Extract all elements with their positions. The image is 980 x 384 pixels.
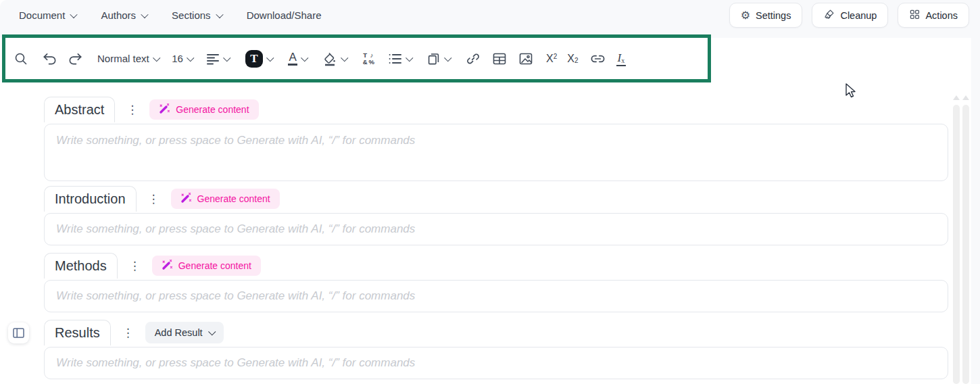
text-style-dropdown[interactable]: T <box>245 50 273 68</box>
subscript-icon: X2 <box>567 53 578 65</box>
insert-table-button[interactable] <box>492 52 507 66</box>
menu-download-share-label: Download/Share <box>247 9 322 21</box>
section-title: Methods <box>55 258 107 274</box>
editor-placeholder: Write something, or press space to Gener… <box>56 356 415 370</box>
copy-icon <box>426 51 441 66</box>
list-dropdown[interactable] <box>388 53 412 65</box>
menu-authors[interactable]: Authors <box>101 9 147 21</box>
editor-placeholder: Write something, or press space to Gener… <box>56 134 415 147</box>
generate-content-button[interactable]: Generate content <box>171 189 280 209</box>
editor-placeholder: Write something, or press space to Gener… <box>56 289 415 303</box>
menu-sections[interactable]: Sections <box>172 9 222 21</box>
clear-formatting-button[interactable]: Ix <box>616 51 627 66</box>
gear-icon: ⚙ <box>741 10 750 21</box>
scrollbar-outer[interactable] <box>962 105 969 384</box>
generate-content-button[interactable]: Generate content <box>149 99 258 120</box>
section-tab-introduction[interactable]: Introduction <box>44 186 137 212</box>
copy-dropdown[interactable] <box>426 51 451 66</box>
chevron-down-icon <box>301 54 308 62</box>
insert-image-button[interactable] <box>518 52 533 66</box>
chevron-down-icon <box>406 54 413 62</box>
section-title: Abstract <box>55 102 104 118</box>
chevron-down-icon <box>444 54 451 62</box>
search-icon <box>14 51 28 66</box>
chevron-down-icon <box>208 328 216 335</box>
section-title: Results <box>55 325 100 341</box>
generate-content-button[interactable]: Generate content <box>152 256 261 276</box>
insert-link-button[interactable] <box>466 51 481 66</box>
font-size-dropdown[interactable]: 16 <box>172 53 193 64</box>
subscript-button[interactable]: X2 <box>567 53 578 65</box>
add-result-button[interactable]: Add Result <box>145 322 224 343</box>
scroll-up-icon[interactable] <box>962 95 969 100</box>
broom-icon <box>823 9 835 22</box>
editor-toolbar: Normal text 16 T A <box>2 34 711 82</box>
link-icon <box>466 51 481 66</box>
menu-document-label: Document <box>19 9 65 21</box>
redo-button[interactable] <box>68 52 83 66</box>
right-gutter <box>971 0 980 384</box>
clear-formatting-icon: Ix <box>616 51 627 66</box>
section-results: Results ⋮ Add Result Write something, or… <box>44 320 948 379</box>
menu-document[interactable]: Document <box>19 9 76 21</box>
actions-label: Actions <box>925 10 958 21</box>
font-size-value: 16 <box>172 53 183 64</box>
highlight-color-dropdown[interactable] <box>322 51 347 66</box>
kebab-menu-icon[interactable]: ⋮ <box>129 260 141 272</box>
kebab-menu-icon[interactable]: ⋮ <box>122 327 134 339</box>
scrollbar-inner[interactable] <box>953 105 960 384</box>
scroll-up-icon[interactable] <box>953 95 960 100</box>
kebab-menu-icon[interactable]: ⋮ <box>148 193 160 205</box>
chevron-down-icon <box>216 10 223 18</box>
align-dropdown[interactable] <box>206 53 230 65</box>
settings-button[interactable]: ⚙ Settings <box>729 3 803 28</box>
magic-wand-icon <box>159 103 170 116</box>
section-abstract: Abstract ⋮ Generate content Write someth… <box>44 97 948 181</box>
cleanup-label: Cleanup <box>840 10 877 21</box>
generate-content-label: Generate content <box>178 260 251 271</box>
section-editor-methods[interactable]: Write something, or press space to Gener… <box>44 280 948 312</box>
horizontal-link-icon <box>590 54 606 64</box>
add-result-label: Add Result <box>155 327 203 338</box>
menu-authors-label: Authors <box>101 9 136 21</box>
undo-icon <box>42 52 57 66</box>
menu-sections-label: Sections <box>172 9 211 21</box>
toggle-panel-button[interactable] <box>8 322 29 343</box>
special-characters-button[interactable]: T♪&% <box>363 52 374 66</box>
superscript-button[interactable]: X2 <box>546 53 557 65</box>
citation-link-button[interactable] <box>590 54 606 64</box>
paragraph-style-dropdown[interactable]: Normal text <box>97 53 159 64</box>
align-left-icon <box>206 53 220 65</box>
settings-label: Settings <box>756 10 791 21</box>
generate-content-label: Generate content <box>197 193 270 204</box>
section-methods: Methods ⋮ Generate content Write somethi… <box>44 253 948 312</box>
menu-download-share[interactable]: Download/Share <box>247 9 322 21</box>
chevron-down-icon <box>224 54 231 62</box>
section-editor-abstract[interactable]: Write something, or press space to Gener… <box>44 124 948 181</box>
font-color-dropdown[interactable]: A <box>288 51 307 66</box>
chevron-down-icon <box>70 10 78 18</box>
magic-wand-icon <box>162 259 173 272</box>
mouse-cursor <box>843 82 858 101</box>
redo-icon <box>68 52 83 66</box>
chevron-down-icon <box>141 10 148 18</box>
kebab-menu-icon[interactable]: ⋮ <box>126 104 138 116</box>
generate-content-label: Generate content <box>176 104 249 115</box>
section-tab-results[interactable]: Results <box>44 320 111 345</box>
cleanup-button[interactable]: Cleanup <box>812 3 888 28</box>
special-characters-icon: T♪&% <box>363 52 374 66</box>
section-tab-methods[interactable]: Methods <box>44 253 118 279</box>
text-style-icon: T <box>245 50 263 68</box>
table-icon <box>492 52 507 66</box>
section-editor-introduction[interactable]: Write something, or press space to Gener… <box>44 213 948 245</box>
actions-button[interactable]: Actions <box>898 3 969 28</box>
paint-bucket-icon <box>322 51 337 66</box>
chevron-down-icon <box>153 54 160 62</box>
magic-wand-icon <box>180 192 192 206</box>
section-editor-results[interactable]: Write something, or press space to Gener… <box>44 347 948 379</box>
section-tab-abstract[interactable]: Abstract <box>44 97 115 122</box>
search-button[interactable] <box>14 51 28 66</box>
chevron-down-icon <box>266 54 274 62</box>
superscript-icon: X2 <box>546 53 557 65</box>
undo-button[interactable] <box>42 52 57 66</box>
